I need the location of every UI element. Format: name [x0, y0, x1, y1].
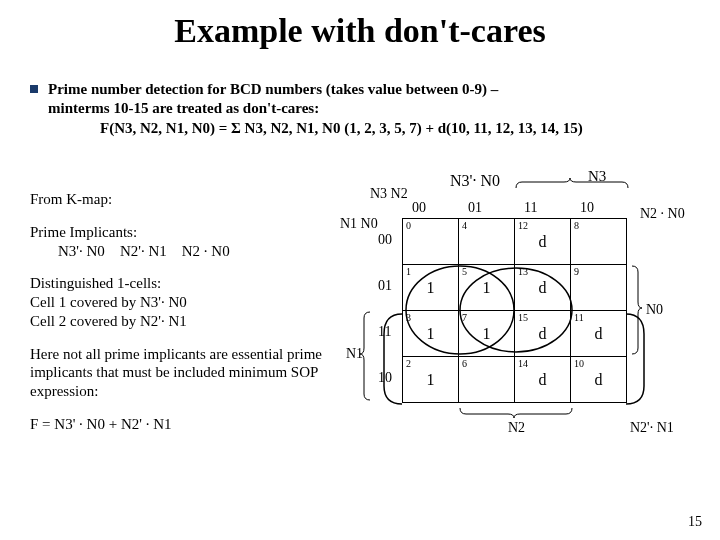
- prime-implicants-hdr: Prime Implicants:: [30, 223, 330, 242]
- brace-n3: N3: [588, 168, 606, 185]
- final-expr: F = N3' · N0 + N2' · N1: [30, 415, 330, 434]
- cell-13: 13d: [515, 265, 571, 311]
- row-11: 11: [378, 324, 391, 340]
- note-text: Here not all prime implicants are essent…: [30, 345, 330, 401]
- col-10: 10: [580, 200, 594, 216]
- dist-1: Cell 1 covered by N3'· N0: [30, 293, 330, 312]
- axis-top: N3 N2: [370, 186, 408, 202]
- side-n2n0: N2 · N0: [640, 206, 685, 222]
- cell-11: 11d: [571, 311, 627, 357]
- cell-9: 9: [571, 265, 627, 311]
- cell-2: 21: [403, 357, 459, 403]
- from-kmap: From K-map:: [30, 190, 330, 209]
- axis-left: N1 N0: [340, 216, 378, 232]
- page-number: 15: [688, 514, 702, 530]
- cell-12: 12d: [515, 219, 571, 265]
- col-11: 11: [524, 200, 537, 216]
- cell-14: 14d: [515, 357, 571, 403]
- cell-15: 15d: [515, 311, 571, 357]
- row-00: 00: [378, 232, 392, 248]
- function-expr: F(N3, N2, N1, N0) = Σ N3, N2, N1, N0 (1,…: [100, 120, 690, 137]
- pi-1: N3'· N0: [58, 243, 105, 259]
- bullet-icon: [30, 85, 38, 93]
- cell-8: 8: [571, 219, 627, 265]
- prime-implicants-list: N3'· N0 N2'· N1 N2 · N0: [58, 242, 330, 261]
- page-title: Example with don't-cares: [0, 0, 720, 50]
- cell-10: 10d: [571, 357, 627, 403]
- intro-line1: Prime number detection for BCD numbers (…: [48, 80, 498, 99]
- intro-text: Prime number detection for BCD numbers (…: [48, 80, 498, 118]
- cell-7: 71: [459, 311, 515, 357]
- kmap-grid: 0 4 12d 8 11 51 13d 9 31 71 15d 11d 21 6…: [402, 218, 627, 403]
- col-01: 01: [468, 200, 482, 216]
- cell-5: 51: [459, 265, 515, 311]
- bottom-n2p-n1: N2'· N1: [630, 420, 674, 436]
- side-n0: N0: [646, 302, 663, 318]
- distinguished-hdr: Distinguished 1-cells:: [30, 274, 330, 293]
- body: Prime number detection for BCD numbers (…: [30, 80, 690, 137]
- intro-line2: minterms 10-15 are treated as don't-care…: [48, 99, 498, 118]
- oval-label-top: N3'· N0: [450, 172, 500, 190]
- dist-2: Cell 2 covered by N2'· N1: [30, 312, 330, 331]
- cell-3: 31: [403, 311, 459, 357]
- bottom-n2: N2: [508, 420, 525, 436]
- cell-6: 6: [459, 357, 515, 403]
- col-00: 00: [412, 200, 426, 216]
- row-10: 10: [378, 370, 392, 386]
- pi-3: N2 · N0: [182, 243, 230, 259]
- cell-0: 0: [403, 219, 459, 265]
- intro-bullet: Prime number detection for BCD numbers (…: [30, 80, 690, 118]
- cell-4: 4: [459, 219, 515, 265]
- cell-1: 11: [403, 265, 459, 311]
- row-01: 01: [378, 278, 392, 294]
- side-n1: N1: [346, 346, 363, 362]
- pi-2: N2'· N1: [120, 243, 167, 259]
- left-column: From K-map: Prime Implicants: N3'· N0 N2…: [30, 190, 330, 434]
